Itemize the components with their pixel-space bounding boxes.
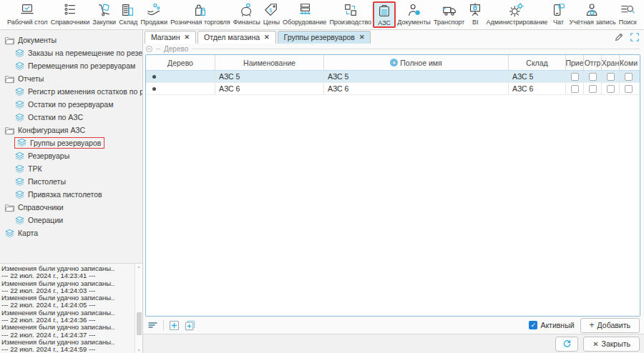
add-button[interactable]: + Добавить bbox=[580, 318, 640, 333]
active-checkbox[interactable]: ✓ Активный bbox=[529, 321, 574, 329]
toolbar-item-Склад[interactable]: Склад bbox=[117, 1, 139, 26]
sidebar-item-Перемещения по резервуарам[interactable]: Перемещения по резервуарам bbox=[0, 59, 142, 72]
toolbar-item-label: Продажи bbox=[140, 19, 167, 26]
tab-Отдел магазина[interactable]: Отдел магазина✕ bbox=[197, 31, 276, 44]
tab-Группы резервуаров[interactable]: Группы резервуаров✕ bbox=[278, 31, 371, 44]
highlighted-item-box: Группы резервуаров bbox=[14, 137, 104, 149]
row-checkbox[interactable] bbox=[625, 85, 633, 93]
toolbar-item-Администрирование[interactable]: Администрирование bbox=[484, 1, 549, 26]
column-header-Хран[interactable]: Хран bbox=[602, 55, 620, 70]
toolbar-item-Финансы[interactable]: Финансы bbox=[232, 1, 262, 26]
row-checkbox[interactable] bbox=[607, 73, 615, 81]
production-icon bbox=[343, 2, 358, 18]
sidebar-item-Группы резервуаров[interactable]: Группы резервуаров bbox=[0, 136, 142, 149]
toolbar-item-Рабочий стол[interactable]: Рабочий стол bbox=[6, 1, 49, 26]
table-row[interactable]: АЗС 5АЗС 5АЗС 5 bbox=[146, 71, 640, 83]
row-checkbox[interactable] bbox=[571, 85, 579, 93]
checkbox-checked-icon[interactable]: ✓ bbox=[529, 321, 537, 329]
log-scrollbar[interactable]: ▲ ▼ bbox=[135, 264, 142, 353]
scroll-down-icon[interactable]: ▼ bbox=[135, 348, 142, 352]
row-checkbox[interactable] bbox=[571, 73, 579, 81]
sidebar-item-Резервуары[interactable]: Резервуары bbox=[0, 149, 142, 162]
tab-close-icon[interactable]: ✕ bbox=[264, 34, 270, 41]
sidebar-item-Пистолеты[interactable]: Пистолеты bbox=[0, 175, 142, 188]
sidebar-item-ТРК[interactable]: ТРК bbox=[0, 162, 142, 175]
sidebar-item-Операции[interactable]: Операции bbox=[0, 214, 142, 227]
toolbar-item-label: Чат bbox=[553, 19, 564, 26]
toolbar-item-Розничная торговля[interactable]: Розничная торговля bbox=[169, 1, 232, 26]
sidebar-item-Привязка пистолетов[interactable]: Привязка пистолетов bbox=[0, 188, 142, 201]
toolbar-item-Учётная запись[interactable]: Учётная запись bbox=[568, 1, 618, 26]
sidebar-item-Заказы на перемещение по резервуарам[interactable]: Заказы на перемещение по резервуарам bbox=[0, 46, 142, 59]
column-header-label: Хран bbox=[602, 59, 619, 67]
refresh-button[interactable] bbox=[555, 337, 578, 352]
column-header-Отгр[interactable]: Отгр bbox=[584, 55, 602, 70]
sidebar-item-Остатки по резервуарам[interactable]: Остатки по резервуарам bbox=[0, 98, 142, 111]
expand-node-icon[interactable] bbox=[169, 320, 180, 331]
column-header-Наименование[interactable]: Наименование bbox=[215, 55, 324, 70]
scroll-up-icon[interactable]: ▲ bbox=[135, 264, 142, 269]
column-header-Коми[interactable]: Коми bbox=[620, 55, 638, 70]
svg-text:$: $ bbox=[270, 7, 273, 14]
tree-item-label: Операции bbox=[28, 216, 63, 224]
table-row[interactable]: АЗС 6АЗС 6АЗС 6 bbox=[146, 83, 640, 95]
sidebar-item-Справочники[interactable]: Справочники bbox=[0, 201, 142, 214]
toolbar-item-BI[interactable]: BI bbox=[466, 1, 484, 26]
toolbar-item-label: Склад bbox=[119, 19, 137, 26]
toolbar-item-Транспорт[interactable]: Транспорт bbox=[432, 1, 466, 26]
toolbar-item-Продажи[interactable]: Продажи bbox=[139, 1, 169, 26]
row-checkbox[interactable] bbox=[589, 73, 597, 81]
fullscreen-icon[interactable] bbox=[630, 32, 640, 42]
row-checkbox[interactable] bbox=[607, 85, 615, 93]
toolbar-item-АЗС[interactable]: АЗС bbox=[373, 1, 396, 28]
toolbar-item-Документы[interactable]: Документы bbox=[396, 1, 431, 26]
column-header-Прие[interactable]: Прие bbox=[566, 55, 584, 70]
column-header-Полное имя[interactable]: ▲Полное имя bbox=[324, 55, 509, 70]
toolbar-item-Чат[interactable]: Чат bbox=[549, 1, 567, 26]
toolbar-item-Поиск[interactable]: Поиск bbox=[618, 1, 638, 26]
tree-item-label: Остатки по АЗС bbox=[28, 113, 83, 121]
sidebar-item-Остатки по АЗС[interactable]: Остатки по АЗС bbox=[0, 111, 142, 124]
scrollbar-thumb[interactable] bbox=[137, 312, 142, 336]
toolbar-item-Закупки[interactable]: Закупки bbox=[91, 1, 117, 26]
sidebar-item-Регистр изменения остатков по резервуарам[interactable]: Регистр изменения остатков по резервуара… bbox=[0, 85, 142, 98]
filter-icon[interactable] bbox=[147, 320, 158, 331]
group-rule bbox=[192, 49, 640, 49]
sidebar-item-Отчеты[interactable]: Отчеты bbox=[0, 72, 142, 85]
sidebar-item-Конфигурация АЗС[interactable]: Конфигурация АЗС bbox=[0, 124, 142, 136]
group-box-label: Дерево bbox=[164, 45, 188, 53]
cell-tree bbox=[146, 71, 215, 82]
account-icon bbox=[585, 2, 600, 18]
toolbar-item-Производство[interactable]: Производство bbox=[328, 1, 373, 26]
tab-Магазин[interactable]: Магазин✕ bbox=[145, 31, 196, 44]
cell-checkbox bbox=[602, 83, 620, 94]
toolbar-item-Справочники[interactable]: Справочники bbox=[49, 1, 92, 26]
toolbar-item-label: Закупки bbox=[92, 19, 116, 26]
toolbar-item-label: Поиск bbox=[619, 19, 637, 26]
bi-icon bbox=[467, 2, 483, 18]
collapse-icon[interactable]: − bbox=[146, 46, 152, 52]
tree-node-bullet-icon[interactable] bbox=[152, 75, 156, 79]
row-checkbox[interactable] bbox=[625, 73, 633, 81]
tab-close-icon[interactable]: ✕ bbox=[185, 34, 190, 41]
documents-icon bbox=[406, 2, 422, 18]
sidebar-item-Документы[interactable]: Документы bbox=[0, 34, 142, 46]
folder-icon bbox=[4, 126, 15, 135]
tab-label: Группы резервуаров bbox=[284, 33, 355, 41]
column-header-Дерево[interactable]: Дерево bbox=[146, 55, 215, 70]
tab-close-icon[interactable]: ✕ bbox=[359, 34, 365, 41]
tree-item-content: Конфигурация АЗС bbox=[4, 126, 85, 135]
sidebar-item-Карта[interactable]: Карта bbox=[0, 227, 142, 239]
close-button[interactable]: ✕ Закрыть bbox=[583, 337, 640, 352]
admin-icon bbox=[509, 2, 525, 18]
column-header-Склад[interactable]: Склад bbox=[509, 55, 566, 70]
cell-full-name: АЗС 5 bbox=[324, 71, 509, 82]
main-area: Магазин✕Отдел магазина✕Группы резервуаро… bbox=[143, 30, 644, 353]
sidebar-tree: ДокументыЗаказы на перемещение по резерв… bbox=[0, 30, 142, 263]
edit-pencil-icon[interactable] bbox=[614, 32, 624, 42]
expand-all-icon[interactable] bbox=[185, 320, 195, 331]
tree-node-bullet-icon[interactable] bbox=[152, 87, 156, 91]
toolbar-item-Цены[interactable]: $Цены bbox=[262, 1, 281, 26]
row-checkbox[interactable] bbox=[589, 85, 597, 93]
toolbar-item-Оборудование[interactable]: Оборудование bbox=[281, 1, 328, 26]
